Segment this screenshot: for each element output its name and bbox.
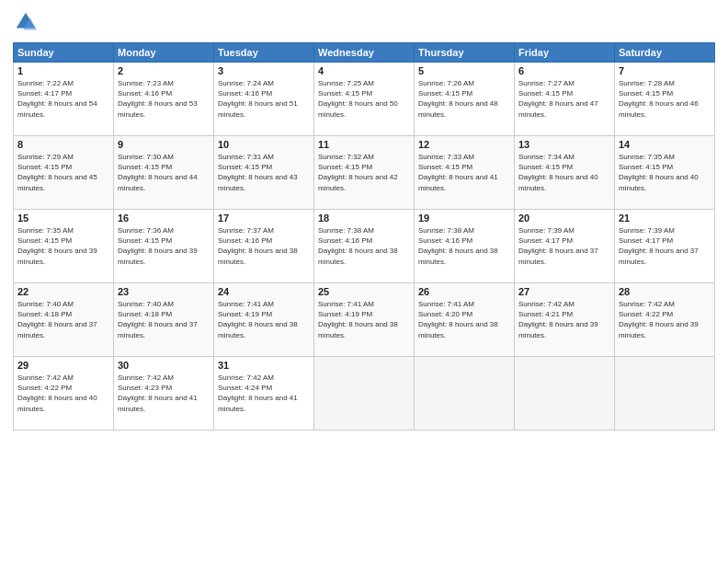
- day-info: Sunrise: 7:29 AMSunset: 4:15 PMDaylight:…: [17, 153, 97, 192]
- calendar-cell: [415, 357, 515, 431]
- day-info: Sunrise: 7:39 AMSunset: 4:17 PMDaylight:…: [518, 226, 598, 266]
- day-info: Sunrise: 7:28 AMSunset: 4:15 PMDaylight:…: [619, 79, 699, 119]
- day-info: Sunrise: 7:30 AMSunset: 4:15 PMDaylight:…: [118, 153, 198, 192]
- day-info: Sunrise: 7:36 AMSunset: 4:15 PMDaylight:…: [118, 226, 198, 266]
- calendar-cell: 21Sunrise: 7:39 AMSunset: 4:17 PMDayligh…: [615, 210, 715, 283]
- day-number: 5: [418, 65, 510, 76]
- day-info: Sunrise: 7:42 AMSunset: 4:21 PMDaylight:…: [518, 300, 598, 339]
- calendar-cell: 9Sunrise: 7:30 AMSunset: 4:15 PMDaylight…: [114, 136, 214, 210]
- calendar-cell: 6Sunrise: 7:27 AMSunset: 4:15 PMDaylight…: [515, 63, 615, 136]
- day-number: 14: [619, 139, 711, 150]
- day-number: 24: [218, 286, 310, 297]
- day-info: Sunrise: 7:41 AMSunset: 4:20 PMDaylight:…: [418, 300, 498, 339]
- calendar-cell: 16Sunrise: 7:36 AMSunset: 4:15 PMDayligh…: [114, 210, 214, 283]
- header: [13, 9, 715, 35]
- day-number: 15: [17, 213, 109, 224]
- day-info: Sunrise: 7:26 AMSunset: 4:15 PMDaylight:…: [418, 79, 498, 119]
- day-header-saturday: Saturday: [615, 43, 715, 63]
- day-info: Sunrise: 7:41 AMSunset: 4:19 PMDaylight:…: [318, 300, 398, 339]
- calendar-cell: 12Sunrise: 7:33 AMSunset: 4:15 PMDayligh…: [415, 136, 515, 210]
- calendar-cell: 26Sunrise: 7:41 AMSunset: 4:20 PMDayligh…: [415, 283, 515, 357]
- calendar-cell: 30Sunrise: 7:42 AMSunset: 4:23 PMDayligh…: [114, 357, 214, 431]
- calendar-cell: 10Sunrise: 7:31 AMSunset: 4:15 PMDayligh…: [214, 136, 314, 210]
- day-info: Sunrise: 7:34 AMSunset: 4:15 PMDaylight:…: [518, 153, 598, 192]
- calendar-cell: 3Sunrise: 7:24 AMSunset: 4:16 PMDaylight…: [214, 63, 314, 136]
- day-number: 18: [318, 213, 410, 224]
- day-number: 7: [619, 65, 711, 76]
- calendar-week-5: 29Sunrise: 7:42 AMSunset: 4:22 PMDayligh…: [14, 357, 715, 431]
- calendar-cell: [515, 357, 615, 431]
- day-header-sunday: Sunday: [14, 43, 114, 63]
- calendar-week-2: 8Sunrise: 7:29 AMSunset: 4:15 PMDaylight…: [14, 136, 715, 210]
- day-number: 29: [17, 360, 109, 371]
- day-info: Sunrise: 7:41 AMSunset: 4:19 PMDaylight:…: [218, 300, 298, 339]
- calendar-cell: 2Sunrise: 7:23 AMSunset: 4:16 PMDaylight…: [114, 63, 214, 136]
- day-number: 19: [418, 213, 510, 224]
- day-number: 25: [318, 286, 410, 297]
- day-header-wednesday: Wednesday: [314, 43, 415, 63]
- day-number: 4: [318, 65, 410, 76]
- calendar-table: SundayMondayTuesdayWednesdayThursdayFrid…: [13, 42, 715, 431]
- calendar-cell: 4Sunrise: 7:25 AMSunset: 4:15 PMDaylight…: [314, 63, 415, 136]
- logo-icon: [13, 9, 39, 35]
- day-number: 12: [418, 139, 510, 150]
- day-number: 17: [218, 213, 310, 224]
- day-header-thursday: Thursday: [415, 43, 515, 63]
- day-info: Sunrise: 7:39 AMSunset: 4:17 PMDaylight:…: [619, 226, 699, 266]
- calendar-cell: 25Sunrise: 7:41 AMSunset: 4:19 PMDayligh…: [314, 283, 415, 357]
- day-number: 27: [518, 286, 610, 297]
- calendar-cell: 19Sunrise: 7:38 AMSunset: 4:16 PMDayligh…: [415, 210, 515, 283]
- calendar-cell: 13Sunrise: 7:34 AMSunset: 4:15 PMDayligh…: [515, 136, 615, 210]
- calendar-cell: 15Sunrise: 7:35 AMSunset: 4:15 PMDayligh…: [14, 210, 114, 283]
- calendar-cell: [314, 357, 415, 431]
- day-number: 22: [17, 286, 109, 297]
- calendar-week-3: 15Sunrise: 7:35 AMSunset: 4:15 PMDayligh…: [14, 210, 715, 283]
- day-number: 31: [218, 360, 310, 371]
- day-info: Sunrise: 7:42 AMSunset: 4:22 PMDaylight:…: [17, 373, 97, 413]
- day-number: 2: [118, 65, 210, 76]
- calendar-cell: 7Sunrise: 7:28 AMSunset: 4:15 PMDaylight…: [615, 63, 715, 136]
- calendar-cell: 27Sunrise: 7:42 AMSunset: 4:21 PMDayligh…: [515, 283, 615, 357]
- calendar-week-1: 1Sunrise: 7:22 AMSunset: 4:17 PMDaylight…: [14, 63, 715, 136]
- logo: [13, 9, 42, 35]
- day-number: 16: [118, 213, 210, 224]
- calendar-cell: 20Sunrise: 7:39 AMSunset: 4:17 PMDayligh…: [515, 210, 615, 283]
- day-info: Sunrise: 7:40 AMSunset: 4:18 PMDaylight:…: [118, 300, 198, 339]
- day-info: Sunrise: 7:35 AMSunset: 4:15 PMDaylight:…: [619, 153, 699, 192]
- calendar-cell: 14Sunrise: 7:35 AMSunset: 4:15 PMDayligh…: [615, 136, 715, 210]
- calendar-cell: 18Sunrise: 7:38 AMSunset: 4:16 PMDayligh…: [314, 210, 415, 283]
- day-info: Sunrise: 7:37 AMSunset: 4:16 PMDaylight:…: [218, 226, 298, 266]
- day-number: 1: [17, 65, 109, 76]
- day-info: Sunrise: 7:38 AMSunset: 4:16 PMDaylight:…: [318, 226, 398, 266]
- day-number: 11: [318, 139, 410, 150]
- calendar-cell: 22Sunrise: 7:40 AMSunset: 4:18 PMDayligh…: [14, 283, 114, 357]
- calendar-week-4: 22Sunrise: 7:40 AMSunset: 4:18 PMDayligh…: [14, 283, 715, 357]
- day-info: Sunrise: 7:35 AMSunset: 4:15 PMDaylight:…: [17, 226, 97, 266]
- day-number: 8: [17, 139, 109, 150]
- day-number: 13: [518, 139, 610, 150]
- day-number: 30: [118, 360, 210, 371]
- calendar-page: SundayMondayTuesdayWednesdayThursdayFrid…: [0, 0, 728, 563]
- day-header-monday: Monday: [114, 43, 214, 63]
- calendar-cell: 11Sunrise: 7:32 AMSunset: 4:15 PMDayligh…: [314, 136, 415, 210]
- day-header-tuesday: Tuesday: [214, 43, 314, 63]
- day-number: 20: [518, 213, 610, 224]
- day-number: 23: [118, 286, 210, 297]
- day-info: Sunrise: 7:32 AMSunset: 4:15 PMDaylight:…: [318, 153, 398, 192]
- day-info: Sunrise: 7:31 AMSunset: 4:15 PMDaylight:…: [218, 153, 298, 192]
- calendar-cell: 31Sunrise: 7:42 AMSunset: 4:24 PMDayligh…: [214, 357, 314, 431]
- day-info: Sunrise: 7:42 AMSunset: 4:24 PMDaylight:…: [218, 373, 298, 413]
- day-number: 28: [619, 286, 711, 297]
- calendar-cell: 17Sunrise: 7:37 AMSunset: 4:16 PMDayligh…: [214, 210, 314, 283]
- day-number: 21: [619, 213, 711, 224]
- day-number: 26: [418, 286, 510, 297]
- calendar-header-row: SundayMondayTuesdayWednesdayThursdayFrid…: [14, 43, 715, 63]
- day-info: Sunrise: 7:42 AMSunset: 4:22 PMDaylight:…: [619, 300, 699, 339]
- day-info: Sunrise: 7:27 AMSunset: 4:15 PMDaylight:…: [518, 79, 598, 119]
- day-info: Sunrise: 7:40 AMSunset: 4:18 PMDaylight:…: [17, 300, 97, 339]
- calendar-cell: 24Sunrise: 7:41 AMSunset: 4:19 PMDayligh…: [214, 283, 314, 357]
- calendar-cell: 28Sunrise: 7:42 AMSunset: 4:22 PMDayligh…: [615, 283, 715, 357]
- day-number: 6: [518, 65, 610, 76]
- day-info: Sunrise: 7:38 AMSunset: 4:16 PMDaylight:…: [418, 226, 498, 266]
- calendar-cell: 1Sunrise: 7:22 AMSunset: 4:17 PMDaylight…: [14, 63, 114, 136]
